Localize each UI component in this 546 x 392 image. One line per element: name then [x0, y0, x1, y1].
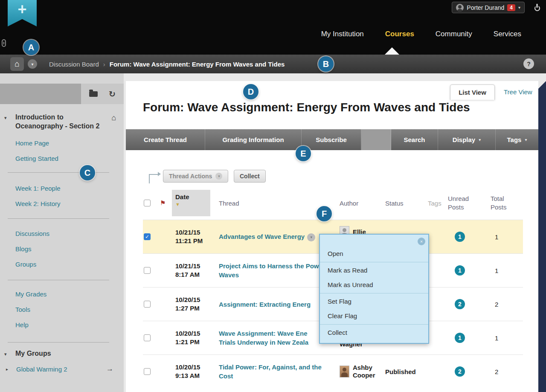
tab-my-institution[interactable]: My Institution [321, 30, 364, 38]
sidebar-item-home-page[interactable]: Home Page [15, 136, 58, 151]
sidebar-group-4: My Grades Tools Help [15, 287, 46, 333]
search-button[interactable]: Search [391, 129, 438, 150]
sidebar-divider [8, 280, 109, 280]
blackboard-app: + Porter Durand 4 ▾ My Institution Cours… [0, 0, 546, 392]
unread-posts-column-header[interactable]: Unread Posts [448, 195, 491, 212]
menu-item-mark-as-read[interactable]: Mark as Read [320, 263, 428, 278]
tags-column-header[interactable]: Tags [428, 200, 448, 207]
sidebar-item-help[interactable]: Help [15, 317, 46, 333]
sidebar-item-discussions[interactable]: Discussions [15, 226, 49, 241]
list-view-tab[interactable]: List View [450, 84, 495, 100]
sidebar-group-3: Discussions Blogs Groups [15, 226, 49, 272]
help-button[interactable]: ? [523, 58, 534, 69]
user-name: Porter Durand [467, 4, 504, 11]
tags-dropdown[interactable]: Tags ▾ [496, 129, 538, 150]
thread-link[interactable]: Wave Assignment: Wave Ene [219, 329, 334, 338]
tab-community[interactable]: Community [436, 30, 472, 38]
menu-item-collect[interactable]: Collect [320, 325, 428, 340]
thread-actions-button[interactable]: Thread Actions ▾ [163, 170, 228, 183]
my-groups-header: ▾ My Groups [0, 347, 124, 362]
sidebar-item-getting-started[interactable]: Getting Started [15, 151, 58, 166]
menu-item-clear-flag[interactable]: Clear Flag [320, 309, 428, 323]
thread-time: 11:21 PM [175, 237, 215, 245]
thread-link[interactable]: Project Aims to Harness the Power of Wav… [219, 262, 333, 279]
collapse-icon[interactable]: ▾ [4, 115, 7, 121]
row-checkbox[interactable] [144, 301, 151, 308]
sidebar-item-week1-people[interactable]: Week 1: People [15, 181, 61, 196]
breadcrumb-separator: › [103, 61, 105, 68]
thread-link[interactable]: Tidal Power: For, Against, and the Cost [219, 363, 322, 380]
content-edge-strip [538, 81, 546, 392]
close-icon[interactable]: × [418, 238, 425, 245]
status-column-header[interactable]: Status [385, 200, 428, 207]
thread-time: 1:21 PM [175, 338, 215, 346]
thread-options-chevron-icon[interactable]: ▾ [307, 233, 315, 241]
author-column-header[interactable]: Author [340, 200, 385, 207]
expand-icon[interactable]: ▸ [6, 367, 8, 372]
thread-table-header: ⚑ Date ▼ Thread Author Status Tags Unrea… [143, 186, 523, 220]
unread-posts-badge[interactable]: 1 [455, 232, 465, 242]
course-home-icon[interactable]: ⌂ [111, 113, 116, 122]
breadcrumb-expand-button[interactable]: ▾ [28, 59, 37, 69]
thread-link[interactable]: Advantages of Wave Energy [219, 233, 305, 240]
sidebar-item-my-grades[interactable]: My Grades [15, 287, 46, 302]
unread-posts-badge[interactable]: 2 [455, 299, 465, 309]
sidebar-item-blogs[interactable]: Blogs [15, 241, 49, 257]
unread-posts-badge[interactable]: 2 [455, 366, 465, 377]
menu-item-open[interactable]: Open [320, 247, 428, 261]
tab-services[interactable]: Services [494, 30, 521, 38]
display-dropdown[interactable]: Display ▾ [438, 129, 496, 150]
thread-date: 10/20/15 [175, 329, 215, 338]
flag-column-icon[interactable]: ⚑ [160, 199, 172, 207]
logout-button[interactable] [532, 3, 542, 13]
row-checkbox[interactable] [144, 233, 151, 240]
top-nav-tabs: My Institution Courses Community Service… [321, 30, 521, 38]
sidebar-group-2: Week 1: People Week 2: History [15, 181, 61, 212]
total-posts-count: 1 [495, 334, 523, 342]
total-posts-count: 2 [495, 368, 523, 375]
home-button[interactable]: ⌂ [10, 57, 24, 71]
group-link-label[interactable]: Global Warming 2 [16, 366, 67, 373]
grading-information-button[interactable]: Grading Information [205, 129, 302, 150]
subscribe-button[interactable]: Subscribe [302, 129, 361, 150]
sidebar-item-global-warming-2[interactable]: ▸ Global Warming 2 → [0, 363, 124, 377]
thread-time: 9:13 AM [175, 372, 215, 380]
menu-item-set-flag[interactable]: Set Flag [320, 294, 428, 309]
sidebar-item-groups[interactable]: Groups [15, 257, 49, 272]
menu-item-mark-as-unread[interactable]: Mark as Unread [320, 278, 428, 292]
user-menu[interactable]: Porter Durand 4 ▾ [452, 2, 525, 13]
row-checkbox[interactable] [144, 334, 151, 341]
my-groups-label: My Groups [15, 350, 51, 357]
thread-link-line2[interactable]: Trials Underway in New Zeala [219, 338, 334, 347]
thread-link[interactable]: Assignment: Extracting Energ [219, 301, 311, 308]
arrow-right-icon[interactable]: → [106, 365, 113, 373]
thread-date: 10/21/15 [175, 228, 215, 237]
link-icon [2, 39, 6, 47]
date-column-header[interactable]: Date ▼ [172, 190, 210, 216]
collapse-icon[interactable]: ▾ [4, 351, 7, 357]
sidebar-item-tools[interactable]: Tools [15, 302, 46, 317]
collect-label: Collect [240, 173, 260, 180]
total-posts-column-header[interactable]: Total Posts [491, 195, 523, 212]
annotation-a: A [23, 40, 39, 55]
refresh-icon[interactable]: ↻ [109, 90, 116, 98]
row-checkbox[interactable] [144, 267, 151, 274]
folder-icon[interactable] [89, 91, 98, 97]
thread-row-5: 10/20/15 9:13 AM Tidal Power: For, Again… [143, 354, 523, 388]
unread-posts-badge[interactable]: 1 [455, 265, 465, 276]
sidebar-item-week2-history[interactable]: Week 2: History [15, 196, 61, 212]
breadcrumb-parent-link[interactable]: Discussion Board [49, 61, 99, 68]
breadcrumb-bar: ⌂ ▾ Discussion Board › Forum: Wave Assig… [0, 55, 546, 73]
thread-column-header[interactable]: Thread [215, 200, 340, 207]
create-thread-button[interactable]: Create Thread [126, 129, 205, 150]
thread-time: 1:27 PM [175, 304, 215, 313]
annotation-f: F [317, 206, 332, 221]
collect-button[interactable]: Collect [234, 170, 266, 183]
unread-posts-badge[interactable]: 1 [455, 333, 465, 343]
row-checkbox[interactable] [144, 368, 151, 375]
add-module-tab[interactable]: + [8, 0, 37, 26]
top-bar: + Porter Durand 4 ▾ My Institution Cours… [0, 0, 546, 55]
select-all-checkbox[interactable] [144, 200, 151, 206]
tree-view-tab[interactable]: Tree View [504, 88, 532, 96]
tab-courses[interactable]: Courses [385, 30, 414, 38]
